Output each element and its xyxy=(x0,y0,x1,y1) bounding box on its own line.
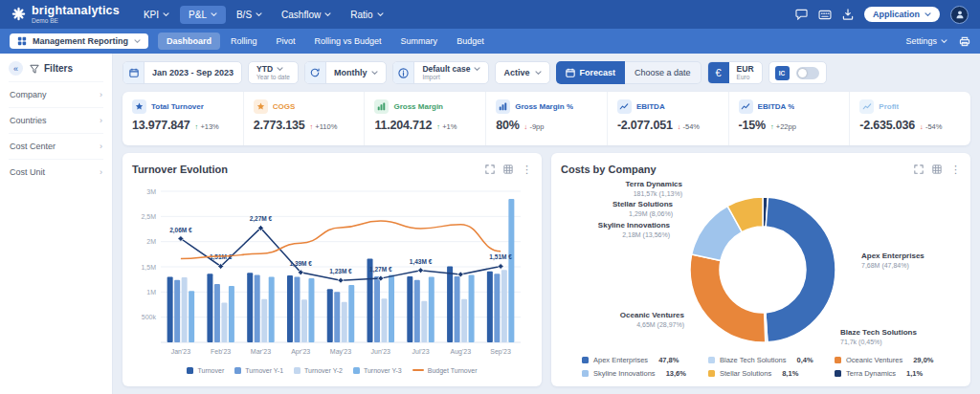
collapse-sidebar-button[interactable]: « xyxy=(9,61,23,76)
tab-summary[interactable]: Summary xyxy=(392,33,447,50)
bar-turnover-y-2[interactable] xyxy=(501,270,507,342)
expand-icon[interactable] xyxy=(485,164,495,174)
table-view-icon[interactable] xyxy=(932,164,942,174)
kebab-menu-icon[interactable]: ⋮ xyxy=(522,164,532,175)
workspace-selector[interactable]: Management Reporting xyxy=(10,33,148,49)
bar-turnover[interactable] xyxy=(407,276,412,342)
line-marker[interactable] xyxy=(338,277,344,283)
bar-turnover[interactable] xyxy=(207,274,212,342)
data-label: 1,51M € xyxy=(489,253,512,261)
bar-turnover-y-1[interactable] xyxy=(174,280,180,342)
line-marker[interactable] xyxy=(457,272,463,277)
bar-turnover[interactable] xyxy=(327,289,333,342)
legend-label: Blaze Tech Solutions xyxy=(720,356,787,364)
date-range-picker[interactable]: Jan 2023 - Sep 2023 xyxy=(122,61,242,84)
sidebar-item-cost-center[interactable]: Cost Center› xyxy=(9,133,103,159)
ytd-select[interactable]: YTD Year to date xyxy=(248,61,299,84)
kpi-card-cogs[interactable]: COGS2.773.135↑ +110% xyxy=(244,92,366,145)
print-icon[interactable] xyxy=(959,36,970,47)
kpi-card-gross-margin[interactable]: Gross Margin11.204.712↑ +1% xyxy=(365,92,486,145)
bar-turnover-y-2[interactable] xyxy=(301,299,307,342)
tab-rolling[interactable]: Rolling xyxy=(222,33,266,50)
kpi-card-profit[interactable]: Profit-2.635.036↓ -54% xyxy=(850,92,970,145)
bar-turnover-y-3[interactable] xyxy=(348,285,354,342)
donut-slice-oceanic-ventures[interactable] xyxy=(690,254,766,342)
table-view-icon[interactable] xyxy=(503,164,513,174)
sidebar-item-countries[interactable]: Countries› xyxy=(9,107,103,133)
bar-turnover-y-1[interactable] xyxy=(494,274,500,342)
legend-label: Turnover xyxy=(197,367,224,374)
turnover-chart-title: Turnover Evolution xyxy=(132,164,228,175)
bar-turnover-y-3[interactable] xyxy=(269,277,275,342)
bar-turnover[interactable] xyxy=(247,273,253,342)
bar-turnover[interactable] xyxy=(487,272,493,342)
turnover-chart[interactable]: 500k1M1,5M2M2,5M3MJan'23Feb'23Mar'23Apr'… xyxy=(132,180,526,363)
bar-turnover-y-1[interactable] xyxy=(374,276,380,342)
bar-turnover-y-3[interactable] xyxy=(508,199,514,342)
user-avatar[interactable] xyxy=(950,6,969,24)
kebab-menu-icon[interactable]: ⋮ xyxy=(950,164,961,175)
costs-donut-chart[interactable] xyxy=(681,188,844,351)
settings-menu[interactable]: Settings xyxy=(905,36,947,46)
chevron-down-icon xyxy=(134,39,141,44)
bar-turnover-y-3[interactable] xyxy=(308,278,314,342)
currency-select[interactable]: € EUR Euro xyxy=(707,61,763,84)
kpi-card-ebitda[interactable]: EBITDA-2.077.051↓ -54% xyxy=(608,92,729,145)
line-marker[interactable] xyxy=(498,263,503,269)
sidebar-item-cost-unit[interactable]: Cost Unit› xyxy=(9,159,103,185)
bar-turnover-y-1[interactable] xyxy=(294,277,300,342)
status-select[interactable]: Active xyxy=(495,61,549,84)
bar-turnover-y-2[interactable] xyxy=(221,302,227,342)
bar-turnover[interactable] xyxy=(167,277,173,342)
bar-turnover-y-3[interactable] xyxy=(229,286,234,342)
donut-slice-apex-enterprises[interactable] xyxy=(766,197,835,342)
ic-toggle[interactable] xyxy=(796,67,819,79)
tab-dashboard[interactable]: Dashboard xyxy=(158,33,220,50)
sidebar-item-company[interactable]: Company› xyxy=(9,81,103,107)
bar-turnover-y-1[interactable] xyxy=(334,292,340,342)
tab-pivot[interactable]: Pivot xyxy=(268,33,304,50)
bar-turnover-y-2[interactable] xyxy=(261,299,267,342)
bars-icon xyxy=(496,99,510,114)
kpi-card-gross-margin[interactable]: Gross Margin %80%↓ -9pp xyxy=(486,92,608,145)
bar-turnover-y-2[interactable] xyxy=(382,298,388,342)
forecast-button[interactable]: Forecast xyxy=(556,61,626,84)
bar-turnover[interactable] xyxy=(447,266,453,342)
bar-turnover-y-1[interactable] xyxy=(214,284,220,342)
nav-item-cashflow[interactable]: Cashflow xyxy=(273,6,340,24)
download-icon[interactable] xyxy=(842,9,854,20)
bar-turnover-y-2[interactable] xyxy=(461,299,467,342)
nav-item-b-s[interactable]: B/S xyxy=(228,6,271,24)
choose-date-button[interactable]: Choose a date xyxy=(625,61,702,84)
bar-turnover-y-3[interactable] xyxy=(429,277,434,342)
expand-icon[interactable] xyxy=(914,164,924,174)
period-select[interactable]: Monthly xyxy=(304,61,388,84)
keyboard-icon[interactable] xyxy=(818,10,832,20)
line-marker[interactable] xyxy=(418,268,424,274)
legend-item-terra-dynamics: Terra Dynamics1,1% xyxy=(835,369,951,378)
bar-turnover-y-1[interactable] xyxy=(414,280,420,342)
bar-turnover-y-2[interactable] xyxy=(182,277,188,342)
bar-turnover-y-1[interactable] xyxy=(255,274,260,342)
kpi-card-total-turnover[interactable]: Total Turnover13.977.847↑ +13% xyxy=(122,92,244,145)
legend-value: 29,0% xyxy=(913,356,933,364)
bar-turnover[interactable] xyxy=(287,275,293,342)
brand[interactable]: brightanalytics Demo BE xyxy=(11,5,120,25)
bar-turnover-y-3[interactable] xyxy=(389,274,394,342)
nav-item-ratio[interactable]: Ratio xyxy=(342,6,391,24)
bar-turnover-y-3[interactable] xyxy=(189,291,194,342)
tab-budget[interactable]: Budget xyxy=(448,33,493,50)
chat-icon[interactable] xyxy=(795,9,808,20)
tab-rolling-vs-budget[interactable]: Rolling vs Budget xyxy=(306,33,390,50)
application-selector[interactable]: Application xyxy=(864,7,940,22)
nav-item-kpi[interactable]: KPI xyxy=(135,6,178,24)
nav-item-p-l[interactable]: P&L xyxy=(180,6,226,24)
bar-turnover-y-1[interactable] xyxy=(455,276,460,342)
case-select[interactable]: Default case Import xyxy=(392,61,489,84)
arrow-up-icon: ↑ xyxy=(436,122,440,131)
kpi-card-ebitda[interactable]: EBITDA %-15%↑ +22pp xyxy=(729,92,851,145)
bar-turnover-y-2[interactable] xyxy=(421,301,427,342)
bar-turnover-y-3[interactable] xyxy=(469,274,475,342)
x-tick-label: Jan'23 xyxy=(171,348,191,355)
bar-turnover-y-2[interactable] xyxy=(342,302,347,342)
